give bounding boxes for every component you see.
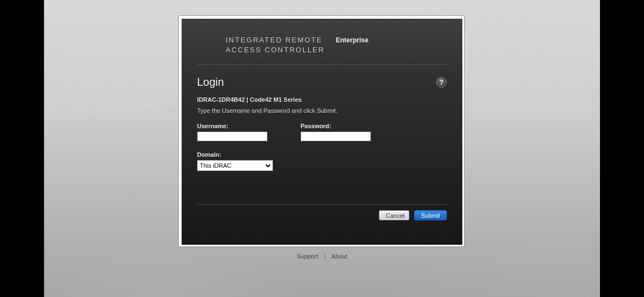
panel-header: INTEGRATED REMOTE ACCESS CONTROLLER Ente… (182, 19, 462, 64)
button-row: Cancel Submit (182, 205, 462, 221)
login-panel: INTEGRATED REMOTE ACCESS CONTROLLER Ente… (178, 15, 465, 247)
login-body: Login ? IDRAC-1DR4B42 | Code42 M1 Series… (182, 65, 462, 177)
edition-label: Enterprise (336, 35, 368, 54)
support-link[interactable]: Support (297, 253, 318, 260)
product-title-line2: ACCESS CONTROLLER (226, 45, 336, 55)
login-heading: Login (197, 76, 224, 89)
password-label: Password: (301, 123, 383, 129)
device-info: IDRAC-1DR4B42 | Code42 M1 Series (197, 96, 447, 103)
domain-select[interactable]: This iDRAC (197, 160, 273, 171)
password-input[interactable] (301, 131, 371, 141)
help-icon[interactable]: ? (436, 77, 447, 88)
username-input[interactable] (197, 131, 268, 141)
login-panel-inner: INTEGRATED REMOTE ACCESS CONTROLLER Ente… (182, 19, 462, 245)
cancel-button[interactable]: Cancel (379, 210, 410, 221)
submit-button[interactable]: Submit (414, 210, 447, 221)
instructions-text: Type the Username and Password and click… (197, 107, 447, 114)
domain-section: Domain: This iDRAC (197, 151, 447, 171)
right-black-bar (600, 0, 644, 297)
domain-label: Domain: (197, 151, 447, 158)
product-title-line1: INTEGRATED REMOTE (226, 35, 336, 45)
about-link[interactable]: About (331, 253, 347, 260)
footer-separator: | (324, 253, 326, 260)
login-heading-row: Login ? (197, 76, 447, 89)
product-title: INTEGRATED REMOTE ACCESS CONTROLLER (226, 35, 336, 54)
footer-links: Support | About (0, 253, 644, 260)
left-black-bar (0, 0, 44, 297)
credentials-grid: Username: Password: (197, 123, 447, 141)
username-label: Username: (197, 123, 280, 129)
